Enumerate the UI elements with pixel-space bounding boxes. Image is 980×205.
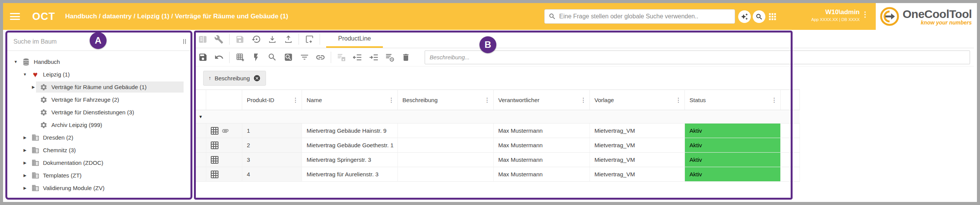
cell-verantwortlicher[interactable]: Max Mustermann <box>494 167 590 182</box>
grid-record-icon[interactable] <box>210 155 219 164</box>
global-search-box[interactable] <box>544 9 735 24</box>
row-history-button[interactable] <box>382 52 398 62</box>
cell-vorlage[interactable]: Mietvertrag_VM <box>590 124 685 138</box>
cell-produkt-id[interactable]: 4 <box>242 167 302 182</box>
cell-verantwortlicher[interactable]: Max Mustermann <box>494 124 590 138</box>
column-menu-icon[interactable]: ⋮ <box>484 96 493 104</box>
cell-name[interactable]: Mietvertrag Springerstr. 3 <box>302 153 398 167</box>
cell-status[interactable]: Aktiv <box>685 124 781 138</box>
cell-vorlage[interactable]: Mietvertrag_VM <box>590 167 685 182</box>
global-search-input[interactable] <box>559 13 731 20</box>
search-in-grid-button[interactable] <box>280 52 296 62</box>
caret-right-icon[interactable]: ▶ <box>22 173 28 177</box>
tree-item-leipzig[interactable]: ▼ ♥ Leipzig (1) <box>7 68 190 81</box>
cell-vorlage[interactable]: Mietvertrag_VM <box>590 138 685 153</box>
undo-button[interactable] <box>211 52 227 62</box>
column-menu-icon[interactable]: ⋮ <box>292 96 302 104</box>
row-icons-cell[interactable] <box>206 167 242 182</box>
quick-action-button[interactable] <box>248 53 264 62</box>
grid-record-icon[interactable] <box>210 126 219 135</box>
tree-item-chemnitz[interactable]: ▶ Chemnitz (3) <box>7 144 190 156</box>
save-layout-button[interactable] <box>232 31 248 48</box>
tree-item-templates[interactable]: ▶ Templates (ZT) <box>7 169 190 182</box>
column-menu-icon[interactable]: ⋮ <box>580 96 589 104</box>
attachment-icon[interactable] <box>222 127 229 135</box>
caret-down-icon[interactable]: ▼ <box>13 60 18 64</box>
header-status[interactable]: Status⋮ <box>685 89 781 110</box>
cell-status[interactable]: Aktiv <box>685 138 781 153</box>
caret-down-icon[interactable]: ▼ <box>22 72 28 76</box>
column-menu-icon[interactable]: ⋮ <box>675 96 685 104</box>
user-info[interactable]: W10\admin App XXXX.XX | DB XXXX <box>773 8 860 22</box>
caret-right-icon[interactable]: ▶ <box>22 135 28 140</box>
group-collapse-cell[interactable]: ▼ <box>195 110 206 124</box>
cell-name[interactable]: Mietvertrag Gebäude Goethestr. 1 <box>302 138 398 153</box>
save-data-button[interactable] <box>195 52 211 62</box>
caret-right-icon[interactable]: ▶ <box>22 148 28 152</box>
export-upload-button[interactable] <box>280 31 296 48</box>
beschreibung-filter-input[interactable] <box>425 50 970 64</box>
row-icons-cell[interactable] <box>206 124 242 138</box>
grid-record-icon[interactable] <box>210 170 219 179</box>
tree-item-handbuch[interactable]: ▼ Handbuch <box>7 55 190 68</box>
cell-name[interactable]: Mietvertrag Gebäude Hainstr. 9 <box>302 124 398 138</box>
filter-button[interactable] <box>296 52 312 62</box>
cell-status[interactable]: Aktiv <box>685 153 781 167</box>
tree-item-dokumentation[interactable]: ▶ Dokumentation (ZDOC) <box>7 156 190 169</box>
settings-wrench-button[interactable] <box>211 31 227 48</box>
tree-item-dresden[interactable]: ▶ Dresden (2) <box>7 131 190 144</box>
tree-item-vertraege-raeume[interactable]: ▶ Verträge für Räume und Gebäude (1) <box>7 81 190 93</box>
caret-right-icon[interactable]: ▶ <box>22 161 28 165</box>
search-button[interactable] <box>264 52 280 62</box>
panel-resize-handle[interactable] <box>183 39 186 44</box>
row-icons-cell[interactable] <box>206 138 242 153</box>
tab-productline[interactable]: ProductLine <box>326 31 383 48</box>
row-handle[interactable] <box>195 167 206 182</box>
search-submit-button[interactable] <box>753 10 765 23</box>
header-name[interactable]: Name⋮ <box>302 89 398 110</box>
tree-item-validierung-module[interactable]: ▶ Validierung Module (ZV) <box>7 182 190 194</box>
tree-item-archiv-leipzig[interactable]: Archiv Leipzig (999) <box>7 119 190 131</box>
row-handle[interactable] <box>195 153 206 167</box>
link-button[interactable] <box>312 52 328 62</box>
cell-beschreibung[interactable] <box>398 153 494 167</box>
sort-chip-beschreibung[interactable]: ↑ Beschreibung <box>203 71 266 86</box>
header-beschreibung[interactable]: Beschreibung⋮ <box>398 89 494 110</box>
header-vorlage[interactable]: Vorlage⋮ <box>590 89 685 110</box>
expand-rows-button[interactable] <box>366 52 382 62</box>
cell-name[interactable]: Mietvertrag für Aurelienstr. 3 <box>302 167 398 182</box>
cell-verantwortlicher[interactable]: Max Mustermann <box>494 138 590 153</box>
cell-verantwortlicher[interactable]: Max Mustermann <box>494 153 590 167</box>
delete-button[interactable] <box>398 53 414 62</box>
add-row-button[interactable] <box>232 52 248 62</box>
column-menu-icon[interactable]: ⋮ <box>771 96 780 104</box>
row-icons-cell[interactable] <box>206 153 242 167</box>
hamburger-menu-icon[interactable] <box>10 13 20 20</box>
tree-item-vertraege-fahrzeuge[interactable]: Verträge für Fahrzeuge (2) <box>7 93 190 106</box>
cell-beschreibung[interactable] <box>398 138 494 153</box>
panel-toggle-button[interactable] <box>195 31 211 48</box>
row-handle[interactable] <box>195 124 206 138</box>
caret-right-icon[interactable]: ▶ <box>22 186 28 190</box>
cell-status[interactable]: Aktiv <box>685 167 781 182</box>
import-download-button[interactable] <box>264 31 280 48</box>
cell-vorlage[interactable]: Mietvertrag_VM <box>590 153 685 167</box>
user-menu-kebab-icon[interactable]: ⋮ <box>862 11 869 18</box>
row-handle[interactable] <box>195 138 206 153</box>
cell-beschreibung[interactable] <box>398 124 494 138</box>
cell-produkt-id[interactable]: 1 <box>242 124 302 138</box>
new-tab-button[interactable] <box>301 31 317 48</box>
remove-sort-icon[interactable] <box>253 75 261 82</box>
restore-history-button[interactable] <box>248 31 264 48</box>
column-menu-icon[interactable]: ⋮ <box>388 96 397 104</box>
group-caret-down-icon[interactable]: ▼ <box>199 114 203 119</box>
cell-beschreibung[interactable] <box>398 167 494 182</box>
tree-item-vertraege-dienstleistungen[interactable]: Verträge für Dienstleistungen (3) <box>7 106 190 119</box>
header-produkt-id[interactable]: Produkt-ID⋮ <box>242 89 302 110</box>
cell-produkt-id[interactable]: 2 <box>242 138 302 153</box>
header-verantwortlicher[interactable]: Verantwortlicher⋮ <box>494 89 590 110</box>
collapse-rows-button[interactable] <box>350 52 366 62</box>
ai-assistant-button[interactable] <box>738 10 751 23</box>
caret-right-icon[interactable]: ▶ <box>31 85 36 89</box>
save-filter-button[interactable] <box>333 52 350 62</box>
